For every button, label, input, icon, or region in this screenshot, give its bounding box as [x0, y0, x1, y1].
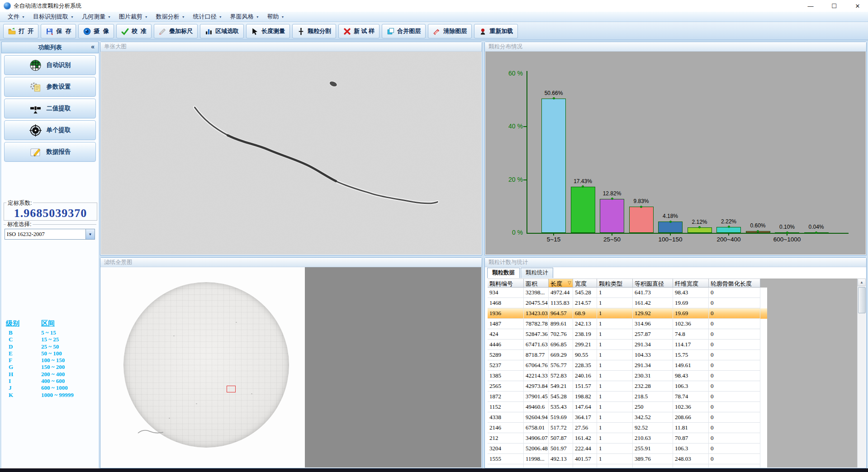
table-cell: 0 — [709, 298, 760, 308]
fiber-speck — [136, 426, 168, 437]
level-cell: E — [6, 350, 41, 357]
minimize-button[interactable]: — — [805, 1, 816, 10]
table-row[interactable]: 464846841.09472.44190.941244.09106.30 — [488, 464, 767, 467]
table-cell: 492.13 — [549, 454, 573, 464]
toolbar-button-merge-layers[interactable]: 合并图层 — [382, 24, 426, 38]
toolbar-button-save-floppy[interactable]: 保 存 — [41, 24, 76, 38]
table-row[interactable]: 444667471.63696.85299.211291.34114.170 — [488, 340, 767, 350]
toolbar-button-reload[interactable]: 重新加载 — [474, 24, 518, 38]
table-row[interactable]: 256542973.84549.21151.571232.28106.30 — [488, 381, 767, 392]
standard-select[interactable]: ISO 16232-2007 ▼ — [5, 229, 95, 240]
function-list-title: 功能列表 — [38, 43, 62, 52]
sidebar-button-single-extract[interactable]: 单个提取 — [4, 120, 96, 140]
menu-item-8[interactable]: 帮助▼ — [263, 12, 289, 22]
table-cell: 934 — [488, 288, 524, 298]
column-header[interactable]: 宽度 — [573, 278, 597, 288]
toolbar-button-open-folder[interactable]: 打 开 — [3, 24, 38, 38]
toolbar-button-clear-layers[interactable]: 清除图层 — [428, 24, 472, 38]
chevron-down-icon: ▼ — [22, 15, 25, 19]
table-row[interactable]: 193613423.03964.5768.91129.9219.690 — [488, 308, 767, 319]
menu-item-2[interactable]: 目标识别提取▼ — [29, 12, 78, 22]
tab-particle-stats[interactable]: 颗粒统计 — [521, 268, 553, 278]
table-cell: 401.57 — [573, 454, 597, 464]
close-button[interactable]: ✕ — [852, 1, 863, 10]
table-row[interactable]: 138542214.33572.83240.161230.3198.430 — [488, 371, 767, 381]
bar-value-label: 0.60% — [742, 222, 774, 229]
table-cell: 255.91 — [633, 444, 673, 454]
sidebar-button-param-settings[interactable]: 参数设置 — [4, 77, 96, 97]
x-tick-mark — [612, 234, 612, 236]
toolbar-button-camera[interactable]: 摄 像 — [78, 24, 114, 38]
table-scrollbar[interactable]: ▲ — [857, 278, 866, 467]
column-header[interactable]: 颗粒类型 — [597, 278, 633, 288]
toolbar-button-length-measure[interactable]: 长度测量 — [246, 24, 290, 38]
table-cell: 161.42 — [633, 298, 673, 308]
table-cell: 314.96 — [633, 319, 673, 329]
table-cell: 214.57 — [573, 298, 597, 308]
data-report-icon — [29, 146, 42, 158]
panel-filter-overview: 滤纸全景图 — [100, 257, 482, 468]
column-header[interactable]: 颗料编号 — [488, 278, 524, 288]
stats-tabs: 颗粒数据颗粒统计 — [487, 269, 553, 278]
toolbar-button-particle-split[interactable]: 颗粒分割 — [292, 24, 336, 38]
bar-marker-dot — [553, 97, 555, 99]
sidebar-button-data-report[interactable]: 数据报告 — [4, 142, 96, 162]
collapse-button[interactable]: « — [91, 43, 95, 50]
table-row[interactable]: 433892604.94519.69364.171342.52208.660 — [488, 412, 767, 423]
toolbar-button-label: 区域选取 — [215, 27, 239, 35]
menu-item-7[interactable]: 界面风格▼ — [226, 12, 263, 22]
menu-item-6[interactable]: 统计口径▼ — [189, 12, 226, 22]
table-cell: 0 — [709, 371, 760, 381]
toolbar-button-region-select[interactable]: 区域选取 — [200, 24, 244, 38]
single-image-view[interactable] — [101, 52, 481, 255]
sidebar-button-auto-recognize[interactable]: 自动识别 — [4, 55, 96, 75]
table-row[interactable]: 523767064.76576.77228.351291.34149.610 — [488, 360, 767, 371]
table-row[interactable]: 146820475.541135.83214.571161.4219.690 — [488, 298, 767, 308]
toolbar-button-new-sample[interactable]: 新 试 样 — [338, 24, 379, 38]
panel-distribution-chart: 颗粒分布情况 60 %40 %20 %0 %50.66%17.43%12.82%… — [484, 42, 867, 255]
toolbar-button-label: 新 试 样 — [354, 27, 375, 35]
toolbar-button-label: 清除图层 — [443, 27, 467, 35]
menu-item-3[interactable]: 几何测量▼ — [78, 12, 115, 22]
table-row[interactable]: 115249460.6535.43147.641250102.360 — [488, 402, 767, 412]
table-row[interactable]: 21234906.07507.87161.421210.6370.870 — [488, 433, 767, 444]
tab-particle-data[interactable]: 颗粒数据 — [487, 268, 520, 278]
table-row[interactable]: 320452006.48501.97222.441255.91106.30 — [488, 444, 767, 454]
toolbar-button-label: 叠加标尺 — [169, 27, 193, 35]
maximize-button[interactable]: ☐ — [828, 1, 840, 10]
table-cell: 242.13 — [573, 319, 597, 329]
filter-paper-view[interactable] — [101, 267, 305, 467]
scrollbar-thumb[interactable] — [858, 287, 866, 313]
scroll-up-icon[interactable]: ▲ — [858, 278, 866, 286]
table-cell: 4972.44 — [549, 288, 573, 298]
menu-item-4[interactable]: 图片裁剪▼ — [115, 12, 152, 22]
menu-item-1[interactable]: 文件▼ — [4, 12, 29, 22]
table-cell: 1487 — [488, 319, 524, 329]
table-cell: 67064.76 — [524, 360, 549, 371]
range-cell: 5 ~ 15 — [41, 329, 56, 336]
bar-value-label: 2.22% — [713, 218, 745, 225]
table-row[interactable]: 52898718.77669.2990.551104.3315.750 — [488, 350, 767, 360]
table-row[interactable]: 93432398...4972.44545.281641.7398.430 — [488, 288, 767, 298]
table-row[interactable]: 42452847.36702.76238.191257.8774.80 — [488, 329, 767, 340]
table-filler-area — [760, 278, 859, 467]
sidebar-button-binary-extract[interactable]: 二值提取 — [4, 99, 96, 118]
bar-value-label: 0.10% — [771, 224, 803, 230]
toolbar-button-ruler-overlay[interactable]: 叠加标尺 — [154, 24, 198, 38]
table-cell: 702.76 — [549, 329, 573, 340]
column-header[interactable]: 纤维宽度 — [673, 278, 709, 288]
column-header[interactable]: 长度▽ — [549, 278, 573, 288]
column-header[interactable]: 轮廓骨骼化长度 — [709, 278, 760, 288]
column-header[interactable]: 等积圆直径 — [633, 278, 673, 288]
table-cell: 106.3 — [673, 381, 709, 392]
column-header[interactable]: 面积 — [524, 278, 549, 288]
table-row[interactable]: 21466758.01517.7227.56192.5211.810 — [488, 423, 767, 433]
table-row[interactable]: 155511998...492.13401.571389.76248.030 — [488, 454, 767, 464]
chevron-down-icon[interactable]: ▼ — [85, 229, 95, 239]
toolbar-button-calibrate-check[interactable]: 校 准 — [116, 24, 152, 38]
table-row[interactable]: 187237901.45545.28198.821218.578.740 — [488, 392, 767, 402]
menu-item-5[interactable]: 数据分析▼ — [152, 12, 189, 22]
range-cell: 100 ~ 150 — [41, 357, 65, 363]
bar-marker-dot — [786, 231, 788, 234]
table-row[interactable]: 148778782.78899.61242.131314.96102.360 — [488, 319, 767, 329]
